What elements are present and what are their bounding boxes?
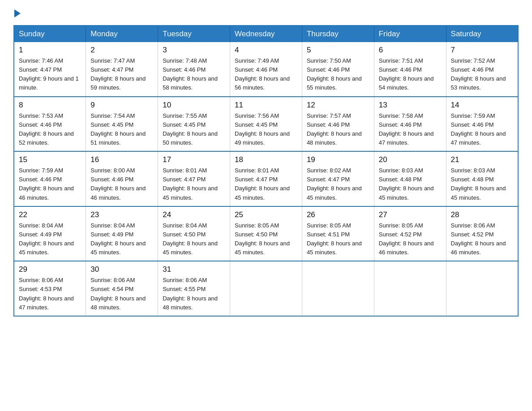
calendar-cell bbox=[302, 261, 374, 316]
day-number: 31 bbox=[163, 265, 225, 274]
day-info: Sunrise: 8:03 AMSunset: 4:48 PMDaylight:… bbox=[451, 166, 513, 202]
calendar-cell: 29Sunrise: 8:06 AMSunset: 4:53 PMDayligh… bbox=[14, 261, 86, 316]
calendar-cell: 1Sunrise: 7:46 AMSunset: 4:47 PMDaylight… bbox=[14, 42, 86, 97]
day-number: 3 bbox=[163, 46, 225, 55]
calendar-cell: 24Sunrise: 8:04 AMSunset: 4:50 PMDayligh… bbox=[158, 206, 230, 261]
calendar-cell: 16Sunrise: 8:00 AMSunset: 4:46 PMDayligh… bbox=[86, 151, 158, 206]
day-number: 13 bbox=[379, 101, 442, 110]
calendar-cell: 21Sunrise: 8:03 AMSunset: 4:48 PMDayligh… bbox=[446, 151, 518, 206]
week-row-1: 1Sunrise: 7:46 AMSunset: 4:47 PMDaylight… bbox=[14, 42, 518, 97]
day-info: Sunrise: 7:59 AMSunset: 4:46 PMDaylight:… bbox=[19, 166, 81, 202]
day-number: 16 bbox=[90, 155, 153, 164]
day-number: 22 bbox=[19, 210, 81, 219]
day-number: 25 bbox=[235, 210, 297, 219]
day-number: 19 bbox=[307, 155, 369, 164]
calendar-cell: 15Sunrise: 7:59 AMSunset: 4:46 PMDayligh… bbox=[14, 151, 86, 206]
day-number: 2 bbox=[90, 46, 153, 55]
calendar-cell: 2Sunrise: 7:47 AMSunset: 4:47 PMDaylight… bbox=[86, 42, 158, 97]
day-number: 21 bbox=[451, 155, 513, 164]
day-number: 24 bbox=[163, 210, 225, 219]
logo-flag-icon bbox=[14, 9, 21, 17]
week-row-4: 22Sunrise: 8:04 AMSunset: 4:49 PMDayligh… bbox=[14, 206, 518, 261]
calendar-cell: 12Sunrise: 7:57 AMSunset: 4:46 PMDayligh… bbox=[302, 97, 374, 152]
calendar-cell: 8Sunrise: 7:53 AMSunset: 4:46 PMDaylight… bbox=[14, 97, 86, 152]
day-info: Sunrise: 7:56 AMSunset: 4:45 PMDaylight:… bbox=[235, 111, 297, 148]
day-number: 8 bbox=[19, 101, 81, 110]
calendar-header: SundayMondayTuesdayWednesdayThursdayFrid… bbox=[14, 26, 518, 42]
day-info: Sunrise: 8:06 AMSunset: 4:53 PMDaylight:… bbox=[19, 276, 81, 312]
day-info: Sunrise: 7:48 AMSunset: 4:46 PMDaylight:… bbox=[163, 56, 225, 93]
day-number: 28 bbox=[451, 210, 513, 219]
calendar-cell: 31Sunrise: 8:06 AMSunset: 4:55 PMDayligh… bbox=[158, 261, 230, 316]
weekday-row: SundayMondayTuesdayWednesdayThursdayFrid… bbox=[14, 26, 518, 42]
calendar-cell: 13Sunrise: 7:58 AMSunset: 4:46 PMDayligh… bbox=[374, 97, 446, 152]
calendar-body: 1Sunrise: 7:46 AMSunset: 4:47 PMDaylight… bbox=[14, 42, 518, 316]
day-info: Sunrise: 7:52 AMSunset: 4:46 PMDaylight:… bbox=[451, 56, 513, 93]
day-info: Sunrise: 8:03 AMSunset: 4:48 PMDaylight:… bbox=[379, 166, 442, 202]
weekday-header-monday: Monday bbox=[86, 26, 158, 42]
calendar-cell: 19Sunrise: 8:02 AMSunset: 4:47 PMDayligh… bbox=[302, 151, 374, 206]
day-info: Sunrise: 7:53 AMSunset: 4:46 PMDaylight:… bbox=[19, 111, 81, 148]
weekday-header-tuesday: Tuesday bbox=[158, 26, 230, 42]
day-number: 23 bbox=[90, 210, 153, 219]
day-number: 7 bbox=[451, 46, 513, 55]
day-number: 26 bbox=[307, 210, 369, 219]
calendar-cell: 30Sunrise: 8:06 AMSunset: 4:54 PMDayligh… bbox=[86, 261, 158, 316]
calendar-cell bbox=[230, 261, 302, 316]
day-info: Sunrise: 8:06 AMSunset: 4:54 PMDaylight:… bbox=[90, 276, 153, 312]
calendar-cell bbox=[446, 261, 518, 316]
calendar-cell: 23Sunrise: 8:04 AMSunset: 4:49 PMDayligh… bbox=[86, 206, 158, 261]
calendar-cell: 25Sunrise: 8:05 AMSunset: 4:50 PMDayligh… bbox=[230, 206, 302, 261]
day-info: Sunrise: 7:57 AMSunset: 4:46 PMDaylight:… bbox=[307, 111, 369, 148]
calendar-cell: 9Sunrise: 7:54 AMSunset: 4:45 PMDaylight… bbox=[86, 97, 158, 152]
calendar-cell: 28Sunrise: 8:06 AMSunset: 4:52 PMDayligh… bbox=[446, 206, 518, 261]
weekday-header-thursday: Thursday bbox=[302, 26, 374, 42]
calendar-cell: 6Sunrise: 7:51 AMSunset: 4:46 PMDaylight… bbox=[374, 42, 446, 97]
day-info: Sunrise: 7:46 AMSunset: 4:47 PMDaylight:… bbox=[19, 56, 81, 93]
day-info: Sunrise: 8:06 AMSunset: 4:55 PMDaylight:… bbox=[163, 276, 225, 312]
calendar-cell bbox=[374, 261, 446, 316]
week-row-3: 15Sunrise: 7:59 AMSunset: 4:46 PMDayligh… bbox=[14, 151, 518, 206]
day-info: Sunrise: 8:04 AMSunset: 4:49 PMDaylight:… bbox=[90, 221, 153, 257]
day-info: Sunrise: 7:49 AMSunset: 4:46 PMDaylight:… bbox=[235, 56, 297, 93]
day-number: 18 bbox=[235, 155, 297, 164]
logo bbox=[13, 9, 21, 17]
calendar-cell: 26Sunrise: 8:05 AMSunset: 4:51 PMDayligh… bbox=[302, 206, 374, 261]
day-info: Sunrise: 7:50 AMSunset: 4:46 PMDaylight:… bbox=[307, 56, 369, 93]
day-number: 4 bbox=[235, 46, 297, 55]
day-number: 15 bbox=[19, 155, 81, 164]
day-info: Sunrise: 7:54 AMSunset: 4:45 PMDaylight:… bbox=[90, 111, 153, 148]
day-info: Sunrise: 7:51 AMSunset: 4:46 PMDaylight:… bbox=[379, 56, 442, 93]
weekday-header-friday: Friday bbox=[374, 26, 446, 42]
day-info: Sunrise: 8:05 AMSunset: 4:50 PMDaylight:… bbox=[235, 221, 297, 257]
day-info: Sunrise: 7:47 AMSunset: 4:47 PMDaylight:… bbox=[90, 56, 153, 93]
calendar-cell: 27Sunrise: 8:05 AMSunset: 4:52 PMDayligh… bbox=[374, 206, 446, 261]
day-info: Sunrise: 7:59 AMSunset: 4:46 PMDaylight:… bbox=[451, 111, 513, 148]
day-info: Sunrise: 8:02 AMSunset: 4:47 PMDaylight:… bbox=[307, 166, 369, 202]
day-info: Sunrise: 7:58 AMSunset: 4:46 PMDaylight:… bbox=[379, 111, 442, 148]
day-number: 9 bbox=[90, 101, 153, 110]
weekday-header-wednesday: Wednesday bbox=[230, 26, 302, 42]
day-info: Sunrise: 8:05 AMSunset: 4:51 PMDaylight:… bbox=[307, 221, 369, 257]
day-info: Sunrise: 8:04 AMSunset: 4:49 PMDaylight:… bbox=[19, 221, 81, 257]
calendar-cell: 5Sunrise: 7:50 AMSunset: 4:46 PMDaylight… bbox=[302, 42, 374, 97]
day-info: Sunrise: 8:01 AMSunset: 4:47 PMDaylight:… bbox=[163, 166, 225, 202]
calendar-cell: 10Sunrise: 7:55 AMSunset: 4:45 PMDayligh… bbox=[158, 97, 230, 152]
day-number: 5 bbox=[307, 46, 369, 55]
day-number: 11 bbox=[235, 101, 297, 110]
calendar-cell: 20Sunrise: 8:03 AMSunset: 4:48 PMDayligh… bbox=[374, 151, 446, 206]
day-number: 14 bbox=[451, 101, 513, 110]
day-info: Sunrise: 8:06 AMSunset: 4:52 PMDaylight:… bbox=[451, 221, 513, 257]
day-number: 30 bbox=[90, 265, 153, 274]
calendar-cell: 4Sunrise: 7:49 AMSunset: 4:46 PMDaylight… bbox=[230, 42, 302, 97]
calendar-cell: 7Sunrise: 7:52 AMSunset: 4:46 PMDaylight… bbox=[446, 42, 518, 97]
day-info: Sunrise: 7:55 AMSunset: 4:45 PMDaylight:… bbox=[163, 111, 225, 148]
day-number: 1 bbox=[19, 46, 81, 55]
day-number: 17 bbox=[163, 155, 225, 164]
calendar-cell: 14Sunrise: 7:59 AMSunset: 4:46 PMDayligh… bbox=[446, 97, 518, 152]
calendar-cell: 11Sunrise: 7:56 AMSunset: 4:45 PMDayligh… bbox=[230, 97, 302, 152]
week-row-2: 8Sunrise: 7:53 AMSunset: 4:46 PMDaylight… bbox=[14, 97, 518, 152]
weekday-header-sunday: Sunday bbox=[14, 26, 86, 42]
calendar-cell: 3Sunrise: 7:48 AMSunset: 4:46 PMDaylight… bbox=[158, 42, 230, 97]
calendar-table: SundayMondayTuesdayWednesdayThursdayFrid… bbox=[13, 25, 519, 317]
